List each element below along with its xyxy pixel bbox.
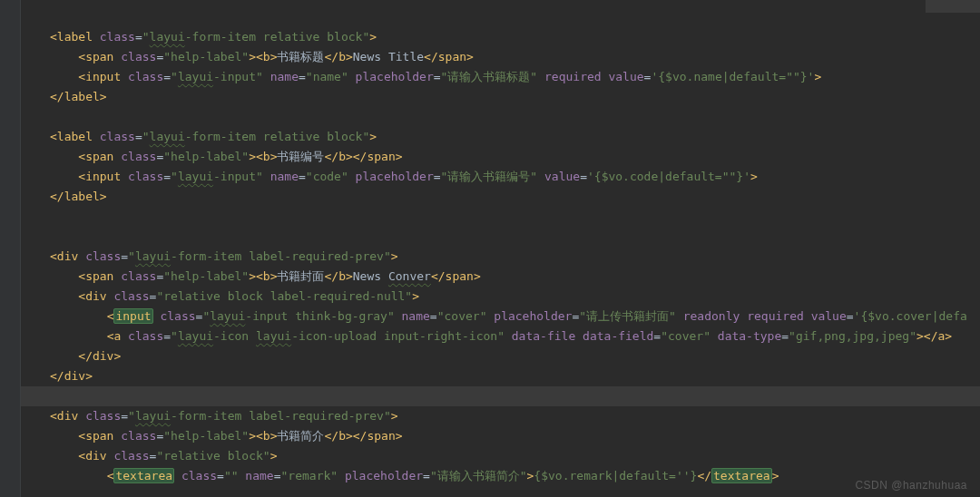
token-br: >< [249, 50, 263, 63]
token-br: </ [324, 429, 338, 443]
token-str: "help-label" [163, 269, 249, 283]
token-tag: label [57, 30, 100, 44]
code-line[interactable]: <input class="layui-input" name="code" p… [21, 167, 980, 187]
token-br: < [78, 289, 85, 303]
token-plain: News [353, 269, 388, 283]
token-br: < [50, 409, 57, 423]
token-br: < [78, 449, 85, 463]
code-line[interactable]: <span class="help-label"><b>书籍简介</b></sp… [21, 426, 980, 446]
token-tag: span [85, 50, 121, 63]
code-line[interactable]: <div class="relative block"> [21, 446, 980, 466]
token-str: -icon [213, 329, 256, 343]
token-br: > [369, 130, 377, 143]
token-tag: b [263, 269, 270, 283]
token-str: "relative block label-required-null" [156, 289, 412, 303]
token-attr: data-field [583, 329, 653, 343]
code-line[interactable]: <label class="layui-form-item relative b… [21, 127, 980, 147]
token-str: -form-item label-required-prev" [171, 249, 391, 263]
token-plain: 书籍封面 [277, 269, 324, 283]
token-str: "relative block" [156, 449, 270, 463]
token-br: < [78, 70, 85, 83]
token-tag: label [64, 90, 100, 103]
token-attr: required [544, 70, 608, 83]
code-area[interactable]: <label class="layui-form-item relative b… [21, 0, 980, 497]
code-editor[interactable]: <label class="layui-form-item relative b… [0, 0, 980, 497]
token-str: -form-item label-required-prev" [171, 409, 391, 423]
code-line[interactable]: </label> [21, 87, 980, 107]
token-br: </ [78, 349, 93, 363]
token-str: " [171, 329, 178, 343]
token-br: > [346, 269, 353, 283]
token-str: layui [135, 249, 171, 263]
token-br: </ [324, 269, 338, 283]
code-line[interactable]: <input class="layui-input" name="name" p… [21, 67, 980, 87]
token-eq: = [274, 469, 281, 482]
token-attr: placeholder [345, 469, 423, 482]
token-str: " [171, 170, 178, 183]
token-attr: class [100, 30, 135, 44]
window-control-strip [926, 0, 980, 13]
token-str: "请输入书籍标题" [441, 70, 544, 83]
token-br: </ [424, 50, 438, 63]
token-str: -input think-bg-gray" [245, 309, 401, 323]
token-str: layui [178, 170, 213, 183]
code-line[interactable]: <div class="layui-form-item label-requir… [21, 406, 980, 426]
token-str: "请输入书籍编号" [441, 170, 544, 183]
token-eq: = [430, 309, 437, 323]
token-br: > [396, 429, 403, 443]
code-line[interactable] [21, 207, 980, 227]
token-attr: placeholder [356, 70, 434, 83]
token-tag: b [263, 150, 270, 163]
token-str: " [128, 249, 135, 263]
token-br: < [78, 170, 85, 183]
code-line[interactable]: <div class="layui-form-item label-requir… [21, 247, 980, 267]
code-line[interactable]: <a class="layui-icon layui-icon-upload i… [21, 326, 980, 346]
token-str: " [171, 70, 178, 83]
token-str: "help-label" [163, 150, 249, 163]
token-eq: = [847, 309, 854, 323]
token-plain: 书籍简介 [277, 429, 324, 443]
token-str: layui [178, 329, 213, 343]
token-attr: name [270, 70, 299, 83]
code-line[interactable]: <span class="help-label"><b>书籍编号</b></sp… [21, 147, 980, 167]
token-tag: span [446, 269, 474, 283]
token-tag: span [438, 50, 466, 63]
token-br: > [772, 469, 779, 482]
token-br: </ [324, 150, 338, 163]
token-eq: = [121, 249, 128, 263]
code-line[interactable] [21, 227, 980, 247]
token-str: -icon-upload input-right-icon" [291, 329, 512, 343]
token-attr: class [181, 469, 217, 482]
code-line[interactable] [21, 386, 980, 406]
token-str: "请上传书籍封面" [579, 309, 682, 323]
token-tag: b [263, 429, 270, 443]
code-line[interactable]: <label class="layui-form-item relative b… [21, 27, 980, 47]
token-tag: b [263, 50, 270, 63]
code-line[interactable]: <textarea class="" name="remark" placeho… [21, 466, 980, 486]
token-br: > [100, 190, 107, 203]
code-line[interactable]: </div> [21, 366, 980, 386]
token-eq: = [217, 469, 224, 482]
token-str: "name" [306, 70, 356, 83]
code-line[interactable] [21, 7, 980, 27]
code-line[interactable]: </div> [21, 346, 980, 366]
token-tag: div [57, 409, 85, 423]
token-str: layui [150, 30, 185, 44]
token-br: >< [249, 150, 263, 163]
token-br: ></ [346, 150, 367, 163]
code-line[interactable]: <div class="relative block label-require… [21, 287, 980, 307]
token-br: > [396, 150, 403, 163]
code-line[interactable]: <span class="help-label"><b>书籍封面</b>News… [21, 267, 980, 287]
code-line[interactable]: <span class="help-label"><b>书籍标题</b>News… [21, 47, 980, 67]
code-line[interactable]: <input class="layui-input think-bg-gray"… [21, 307, 980, 326]
token-tag: a [113, 329, 128, 343]
token-attr: name [270, 170, 299, 183]
code-line[interactable] [21, 107, 980, 127]
token-tag: b [338, 429, 346, 443]
token-tag: div [85, 449, 113, 463]
token-tag: div [85, 289, 113, 303]
token-eq: = [163, 329, 171, 343]
token-tag: input [113, 308, 152, 324]
code-line[interactable]: </label> [21, 187, 980, 207]
token-eq: = [580, 170, 587, 183]
